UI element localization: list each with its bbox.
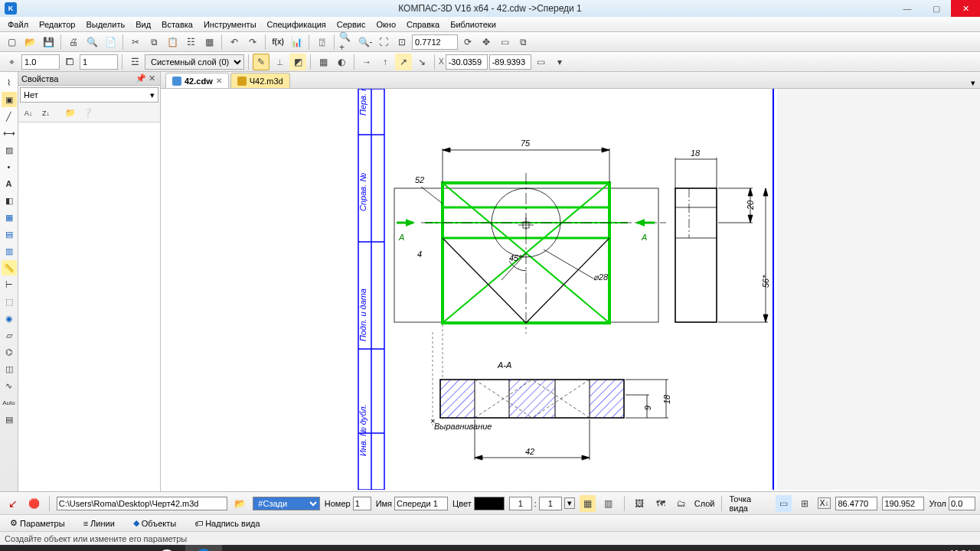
menu-view[interactable]: Вид (131, 18, 155, 31)
dim-icon[interactable]: ⟷ (2, 126, 17, 141)
step-input[interactable] (80, 54, 118, 70)
scale2-input[interactable] (539, 497, 562, 510)
paste-icon[interactable]: 📋 (164, 34, 181, 51)
cut-icon[interactable]: ✂ (127, 34, 144, 51)
curve-icon[interactable]: ∿ (2, 378, 17, 393)
point-icon[interactable]: • (2, 159, 17, 174)
round-icon[interactable]: ◐ (333, 54, 350, 70)
drawing-canvas[interactable]: Перв. прим. Справ. № Подп. и дата Инв. №… (161, 89, 980, 491)
measure-icon[interactable]: 📏 (2, 260, 17, 276)
coord-lock-icon[interactable]: ▭ (533, 54, 550, 70)
break-icon[interactable]: ⊢ (2, 277, 17, 292)
scale1-input[interactable] (509, 497, 532, 510)
prop-help-icon[interactable]: ❔ (80, 106, 96, 121)
coord-y-input[interactable] (489, 54, 531, 70)
vp-icon1[interactable]: ▭ (776, 495, 792, 512)
zoom-fit-icon[interactable]: ⊡ (394, 34, 410, 51)
undo-icon[interactable]: ↶ (226, 34, 243, 51)
auto-icon[interactable]: Auto (2, 395, 17, 410)
doc-icon[interactable]: 📄 (102, 34, 119, 51)
open-icon[interactable]: 📂 (21, 34, 38, 51)
menu-spec[interactable]: Спецификация (263, 18, 331, 31)
vars-icon[interactable]: 📊 (288, 34, 305, 51)
start-button[interactable] (2, 545, 38, 551)
img3-icon[interactable]: 🗂 (673, 495, 689, 512)
hatch-icon[interactable]: ▨ (2, 142, 17, 158)
sort-az-icon[interactable]: A↓ (21, 106, 36, 121)
help-pointer-icon[interactable]: ⍰ (313, 34, 330, 51)
save-icon[interactable]: 💾 (40, 34, 57, 51)
vp-y-input[interactable] (882, 497, 924, 510)
toolbar-menu-icon[interactable]: ▾ (551, 54, 568, 70)
table-tool-icon[interactable]: ▦ (2, 210, 17, 225)
menu-help[interactable]: Справка (402, 18, 444, 31)
tab-params[interactable]: ⚙Параметры (5, 516, 70, 531)
menu-insert[interactable]: Вставка (157, 18, 198, 31)
properties-close-icon[interactable]: ✕ (146, 73, 157, 83)
refresh-icon[interactable]: ⟳ (459, 34, 476, 51)
designation-icon[interactable]: ◧ (2, 193, 17, 208)
spec-icon[interactable]: ▤ (2, 227, 17, 242)
zoom-out-icon[interactable]: 🔍- (357, 34, 374, 51)
report-icon[interactable]: ▤ (2, 412, 17, 427)
redo-icon[interactable]: ↷ (244, 34, 261, 51)
select-tool-icon[interactable]: ⬚ (2, 294, 17, 309)
table-icon[interactable]: ▦ (201, 34, 217, 51)
file-path-input[interactable] (57, 497, 227, 510)
tab-m3d[interactable]: Ч42.m3d (230, 73, 290, 88)
yandex-icon[interactable]: Y (149, 545, 185, 551)
zoom-in-icon[interactable]: 🔍+ (338, 34, 355, 51)
text-icon[interactable]: A (2, 176, 17, 191)
views-tool-icon[interactable]: ▱ (2, 328, 17, 343)
coord-x-input[interactable] (446, 54, 488, 70)
arrow-up-icon[interactable]: ↑ (377, 54, 394, 70)
menu-select[interactable]: Выделить (81, 18, 129, 31)
geom-icon[interactable]: ⌇ (2, 75, 17, 90)
menu-window[interactable]: Окно (371, 18, 400, 31)
menu-libraries[interactable]: Библиотеки (446, 18, 501, 31)
fx-icon[interactable]: f(x) (270, 34, 286, 51)
prop-folder-icon[interactable]: 📁 (63, 106, 78, 121)
zoom-input[interactable] (412, 34, 458, 50)
step-icon[interactable]: ⧠ (61, 54, 78, 70)
browse-icon[interactable]: 📂 (232, 495, 248, 512)
arrow-right-icon[interactable]: → (358, 54, 375, 70)
tab-close-icon[interactable]: ✕ (216, 77, 222, 85)
menu-tools[interactable]: Инструменты (199, 18, 261, 31)
arrow-left-icon[interactable]: ↙ (5, 495, 21, 512)
clip-icon[interactable]: ◫ (2, 361, 17, 377)
pan-icon[interactable]: ✥ (478, 34, 495, 51)
tab-lines[interactable]: ≡Линии (78, 516, 120, 531)
layers-icon[interactable]: ☲ (126, 54, 143, 70)
name-input[interactable] (394, 497, 448, 510)
multiwin-icon[interactable]: ⧉ (514, 34, 531, 51)
ie-icon[interactable]: ⓔ (75, 545, 112, 551)
edit-icon[interactable]: ▣ (2, 92, 17, 107)
layer-select[interactable]: Системный слой (0) (145, 54, 244, 70)
color-select[interactable] (474, 497, 505, 510)
explorer-icon[interactable]: 📁 (38, 545, 75, 551)
close-button[interactable]: ✕ (951, 0, 980, 17)
param-icon[interactable]: ▥ (2, 243, 17, 259)
grid-icon[interactable]: ▦ (315, 54, 332, 70)
vp-x-input[interactable] (835, 497, 877, 510)
number-input[interactable] (353, 497, 371, 510)
local-cs-icon[interactable]: ◩ (289, 54, 306, 70)
tabs-overflow-icon[interactable]: ▾ (966, 78, 980, 88)
img1-icon[interactable]: 🖼 (632, 495, 648, 512)
print-icon[interactable]: 🖨 (65, 34, 82, 51)
angle-input[interactable] (949, 497, 975, 510)
scale-opt1-icon[interactable]: ▦ (580, 495, 596, 512)
ortho-icon[interactable]: ⟂ (271, 54, 288, 70)
properties-selector[interactable]: Нет ▾ (20, 87, 158, 103)
menu-file[interactable]: Файл (3, 18, 33, 31)
properties-icon[interactable]: ☷ (182, 34, 199, 51)
dir-highlight-icon[interactable]: ↗ (395, 54, 412, 70)
tab-view-label[interactable]: 🏷Надпись вида (189, 516, 265, 531)
stop-icon[interactable]: 🛑 (25, 495, 41, 512)
tab-objects[interactable]: ◆Объекты (128, 516, 181, 531)
scale-opt2-icon[interactable]: ▥ (600, 495, 616, 512)
macro-icon[interactable]: ◉ (2, 311, 17, 326)
menu-service[interactable]: Сервис (332, 18, 371, 31)
snap-icon[interactable]: ⌖ (3, 54, 20, 70)
